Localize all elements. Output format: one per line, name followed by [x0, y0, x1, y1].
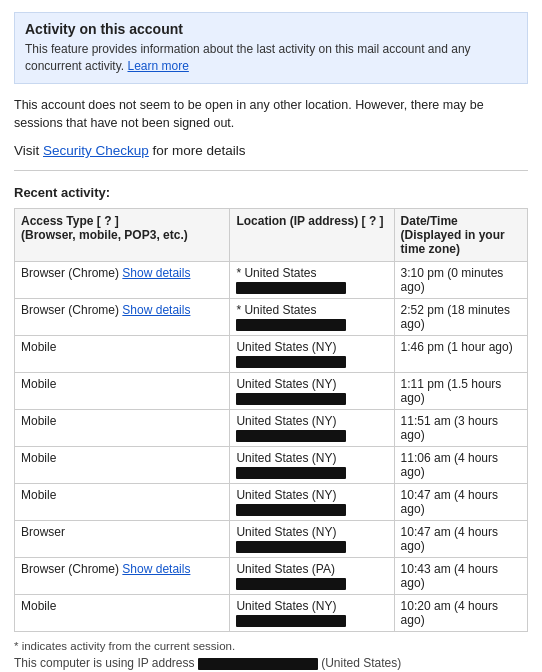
- access-type-cell: Mobile: [15, 410, 230, 447]
- security-checkup-line: Visit Security Checkup for more details: [14, 143, 528, 171]
- datetime-cell: 10:47 am (4 hours ago): [394, 521, 527, 558]
- ip-address-block: [236, 282, 346, 294]
- table-row: Browser (Chrome) Show detailsUnited Stat…: [15, 558, 528, 595]
- ip-address-block: [236, 430, 346, 442]
- security-suffix: for more details: [149, 143, 246, 158]
- location-cell: * United States: [230, 262, 394, 299]
- col-header-datetime: Date/Time (Displayed in your time zone): [394, 209, 527, 262]
- ip-address-block: [236, 541, 346, 553]
- datetime-cell: 10:43 am (4 hours ago): [394, 558, 527, 595]
- ip-address-block: [236, 356, 346, 368]
- footer-ip-prefix: This computer is using IP address: [14, 656, 198, 670]
- datetime-cell: 1:11 pm (1.5 hours ago): [394, 373, 527, 410]
- recent-activity-label: Recent activity:: [14, 185, 528, 200]
- location-cell: United States (NY): [230, 373, 394, 410]
- access-type-cell: Mobile: [15, 484, 230, 521]
- location-cell: United States (NY): [230, 447, 394, 484]
- access-type-cell: Mobile: [15, 595, 230, 632]
- access-type-cell: Mobile: [15, 373, 230, 410]
- activity-table: Access Type [ ? ] (Browser, mobile, POP3…: [14, 208, 528, 632]
- ip-address-block: [236, 393, 346, 405]
- table-row: MobileUnited States (NY)11:06 am (4 hour…: [15, 447, 528, 484]
- security-prefix: Visit: [14, 143, 43, 158]
- access-type-cell: Browser (Chrome) Show details: [15, 262, 230, 299]
- location-cell: United States (NY): [230, 336, 394, 373]
- page-container: Activity on this account This feature pr…: [0, 0, 542, 672]
- datetime-cell: 2:52 pm (18 minutes ago): [394, 299, 527, 336]
- ip-address-block: [236, 504, 346, 516]
- table-header-row: Access Type [ ? ] (Browser, mobile, POP3…: [15, 209, 528, 262]
- table-row: MobileUnited States (NY)11:51 am (3 hour…: [15, 410, 528, 447]
- table-row: MobileUnited States (NY)10:47 am (4 hour…: [15, 484, 528, 521]
- table-row: Browser (Chrome) Show details* United St…: [15, 262, 528, 299]
- access-type-cell: Browser (Chrome) Show details: [15, 558, 230, 595]
- location-cell: United States (PA): [230, 558, 394, 595]
- table-row: MobileUnited States (NY)1:46 pm (1 hour …: [15, 336, 528, 373]
- ip-address-block: [236, 578, 346, 590]
- header-desc-text: This feature provides information about …: [25, 42, 471, 73]
- table-row: MobileUnited States (NY)10:20 am (4 hour…: [15, 595, 528, 632]
- info-message: This account does not seem to be open in…: [14, 96, 528, 134]
- ip-address-block: [236, 615, 346, 627]
- security-checkup-link[interactable]: Security Checkup: [43, 143, 149, 158]
- col-header-location: Location (IP address) [ ? ]: [230, 209, 394, 262]
- datetime-cell: 10:20 am (4 hours ago): [394, 595, 527, 632]
- table-row: Browser (Chrome) Show details* United St…: [15, 299, 528, 336]
- datetime-cell: 10:47 am (4 hours ago): [394, 484, 527, 521]
- location-cell: United States (NY): [230, 521, 394, 558]
- show-details-link[interactable]: Show details: [122, 266, 190, 280]
- header-section: Activity on this account This feature pr…: [14, 12, 528, 84]
- access-type-cell: Mobile: [15, 447, 230, 484]
- learn-more-link[interactable]: Learn more: [128, 59, 189, 73]
- footer-ip-suffix: (United States): [318, 656, 401, 670]
- footer-ip-line: This computer is using IP address (Unite…: [14, 656, 528, 670]
- header-description: This feature provides information about …: [25, 41, 517, 75]
- location-cell: United States (NY): [230, 410, 394, 447]
- col-header-access: Access Type [ ? ] (Browser, mobile, POP3…: [15, 209, 230, 262]
- footnote: * indicates activity from the current se…: [14, 640, 528, 652]
- table-row: MobileUnited States (NY)1:11 pm (1.5 hou…: [15, 373, 528, 410]
- datetime-cell: 3:10 pm (0 minutes ago): [394, 262, 527, 299]
- access-type-cell: Browser: [15, 521, 230, 558]
- table-row: BrowserUnited States (NY)10:47 am (4 hou…: [15, 521, 528, 558]
- show-details-link[interactable]: Show details: [122, 562, 190, 576]
- ip-address-block: [236, 319, 346, 331]
- ip-address-block: [236, 467, 346, 479]
- footer-ip-block: [198, 658, 318, 670]
- location-cell: United States (NY): [230, 595, 394, 632]
- datetime-cell: 11:06 am (4 hours ago): [394, 447, 527, 484]
- access-type-cell: Browser (Chrome) Show details: [15, 299, 230, 336]
- access-type-cell: Mobile: [15, 336, 230, 373]
- datetime-cell: 1:46 pm (1 hour ago): [394, 336, 527, 373]
- header-title: Activity on this account: [25, 21, 517, 37]
- show-details-link[interactable]: Show details: [122, 303, 190, 317]
- datetime-cell: 11:51 am (3 hours ago): [394, 410, 527, 447]
- location-cell: * United States: [230, 299, 394, 336]
- location-cell: United States (NY): [230, 484, 394, 521]
